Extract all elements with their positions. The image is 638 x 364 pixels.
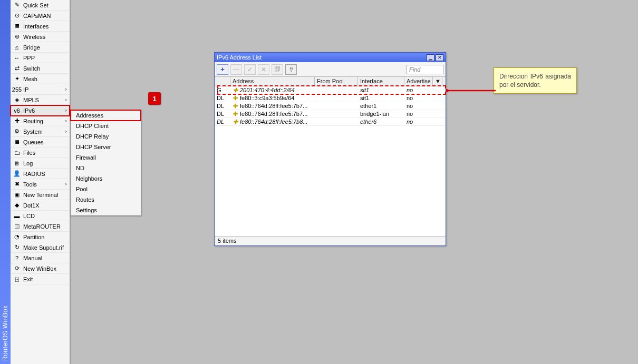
annotation-badge-label: 1 xyxy=(152,95,156,103)
cell-address: ✚fe80::764d:28ff:fee5:7b8... xyxy=(230,119,315,125)
sidebar-item-quick-set[interactable]: ✎Quick Set xyxy=(11,0,70,11)
sidebar-item-queues[interactable]: ≣Queues xyxy=(11,137,70,147)
submenu-item-settings[interactable]: Settings xyxy=(71,205,141,215)
sidebar-item-metarouter[interactable]: ◫MetaROUTER xyxy=(11,221,70,232)
sidebar-item-label: Wireless xyxy=(23,34,45,40)
cell-flag: DL xyxy=(215,95,230,101)
sidebar-item-switch[interactable]: ⇄Switch xyxy=(11,63,70,74)
routing-icon: ✚ xyxy=(13,117,21,125)
sidebar-item-system[interactable]: ⚙System▹ xyxy=(11,126,70,137)
window-close-button[interactable]: ✕ xyxy=(436,54,443,61)
sidebar-item-files[interactable]: 🗀Files xyxy=(11,147,70,158)
sidebar-item-label: Tools xyxy=(23,181,37,188)
table-row[interactable]: G✚2001:470:4:4dd::2/64sit1no xyxy=(215,86,446,94)
toolbar-remove-button[interactable]: — xyxy=(230,64,242,75)
submenu-item-neighbors[interactable]: Neighbors xyxy=(71,173,141,184)
lcd-icon: ▬ xyxy=(13,212,21,220)
sidebar-item-manual[interactable]: ?Manual xyxy=(11,253,70,263)
sidebar-item-make-supout-rif[interactable]: ↻Make Supout.rif xyxy=(11,242,70,253)
window-title: IPv6 Address List xyxy=(217,54,262,61)
interfaces-icon: ≣ xyxy=(13,22,21,31)
submenu-item-nd[interactable]: ND xyxy=(71,163,141,173)
capsman-icon: ⊙ xyxy=(13,12,21,20)
submenu-arrow-icon: ▹ xyxy=(65,97,67,102)
sidebar-item-label: RADIUS xyxy=(23,171,45,177)
sidebar-item-dot1x[interactable]: ◆Dot1X xyxy=(11,200,70,211)
cell-interface: ether1 xyxy=(358,103,404,109)
sidebar: ✎Quick Set⊙CAPsMAN≣Interfaces⊚Wireless⎌B… xyxy=(11,0,70,364)
col-from-pool[interactable]: From Pool xyxy=(315,77,358,86)
toolbar-disable-button[interactable]: ✕ xyxy=(258,64,269,75)
sidebar-item-interfaces[interactable]: ≣Interfaces xyxy=(11,21,70,32)
col-address[interactable]: Address xyxy=(230,77,315,86)
window-ipv6-address-list: IPv6 Address List ▁ ✕ ＋ — ✓ ✕ 🗐 ⍢ Addres… xyxy=(214,52,446,246)
sidebar-item-exit[interactable]: ⍈Exit xyxy=(11,274,70,284)
sidebar-item-routing[interactable]: ✚Routing▹ xyxy=(11,116,70,126)
sidebar-item-capsman[interactable]: ⊙CAPsMAN xyxy=(11,11,70,21)
toolbar-enable-button[interactable]: ✓ xyxy=(244,64,256,75)
sidebar-item-new-winbox[interactable]: ⟳New WinBox xyxy=(11,263,70,274)
find-input[interactable] xyxy=(407,65,443,74)
submenu-item-pool[interactable]: Pool xyxy=(71,184,141,194)
sidebar-item-label: Interfaces xyxy=(23,23,49,29)
submenu-item-dhcp-server[interactable]: DHCP Server xyxy=(71,142,141,152)
cell-advertise: no xyxy=(404,103,433,109)
sidebar-item-lcd[interactable]: ▬LCD xyxy=(11,211,70,221)
col-flag[interactable] xyxy=(215,77,230,86)
mpls-icon: ◈ xyxy=(13,96,21,104)
submenu-item-dhcp-relay[interactable]: DHCP Relay xyxy=(71,131,141,142)
toolbar-comment-button[interactable]: 🗐 xyxy=(272,64,283,75)
submenu-item-dhcp-client[interactable]: DHCP Client xyxy=(71,121,141,131)
cell-flag: DL xyxy=(215,119,230,125)
submenu-item-addresses[interactable]: Addresses xyxy=(71,110,141,121)
table-row[interactable]: DL✚fe80::764d:28ff:fee5:7b7...ether1no xyxy=(215,102,446,110)
sidebar-item-ipv6[interactable]: v6IPv6▹ xyxy=(11,105,70,116)
sidebar-item-label: Mesh xyxy=(23,76,37,82)
metarouter-icon: ◫ xyxy=(13,222,21,231)
submenu-item-firewall[interactable]: Firewall xyxy=(71,152,141,163)
toolbar-add-button[interactable]: ＋ xyxy=(217,64,228,75)
manual-icon: ? xyxy=(13,254,21,262)
sidebar-item-bridge[interactable]: ⎌Bridge xyxy=(11,42,70,53)
cell-interface: ether6 xyxy=(358,119,404,125)
sidebar-item-label: New Terminal xyxy=(23,192,58,198)
address-plus-icon: ✚ xyxy=(233,95,238,101)
sidebar-item-label: MetaROUTER xyxy=(23,223,61,230)
table-row[interactable]: DL✚fe80::764d:28ff:fee5:7b7...bridge1-la… xyxy=(215,110,446,118)
window-titlebar[interactable]: IPv6 Address List ▁ ✕ xyxy=(215,53,446,62)
radius-icon: 👤 xyxy=(13,170,21,178)
sidebar-item-label: Manual xyxy=(23,255,42,261)
col-advertise[interactable]: Advertise xyxy=(404,77,433,86)
cell-flag: G xyxy=(215,87,230,93)
sidebar-item-ppp[interactable]: ↔PPP xyxy=(11,53,70,63)
sidebar-item-label: CAPsMAN xyxy=(23,13,51,19)
sidebar-item-tools[interactable]: ✖Tools▹ xyxy=(11,179,70,190)
sidebar-item-wireless[interactable]: ⊚Wireless xyxy=(11,32,70,42)
sidebar-item-log[interactable]: 🗎Log xyxy=(11,158,70,169)
sidebar-item-new-terminal[interactable]: ▣New Terminal xyxy=(11,190,70,200)
sidebar-item-label: Files xyxy=(23,150,35,156)
sidebar-item-label: Make Supout.rif xyxy=(23,244,64,251)
cell-interface: bridge1-lan xyxy=(358,111,404,117)
submenu-item-routes[interactable]: Routes xyxy=(71,194,141,205)
table-row[interactable]: DL✚fe80::3:c9a3:5b9e/64sit1no xyxy=(215,94,446,102)
window-minimize-button[interactable]: ▁ xyxy=(427,54,434,61)
cell-advertise: no xyxy=(404,111,433,117)
sidebar-item-label: MPLS xyxy=(23,97,39,103)
table-row[interactable]: DL✚fe80::764d:28ff:fee5:7b8...ether6no xyxy=(215,118,446,126)
sidebar-item-label: Switch xyxy=(23,65,40,72)
sidebar-item-radius[interactable]: 👤RADIUS xyxy=(11,169,70,179)
mesh-icon: ✦ xyxy=(13,75,21,83)
sidebar-item-partition[interactable]: ◔Partition xyxy=(11,232,70,242)
col-interface[interactable]: Interface xyxy=(358,77,404,86)
address-plus-icon: ✚ xyxy=(233,103,238,109)
sidebar-item-mpls[interactable]: ◈MPLS▹ xyxy=(11,95,70,105)
toolbar-filter-button[interactable]: ⍢ xyxy=(285,64,297,75)
sidebar-item-label: LCD xyxy=(23,213,35,219)
col-dropdown[interactable]: ▼ xyxy=(433,77,442,86)
queues-icon: ≣ xyxy=(13,138,21,146)
sidebar-item-label: System xyxy=(23,129,43,135)
sidebar-item-ip[interactable]: 255IP▹ xyxy=(11,84,70,95)
cell-flag: DL xyxy=(215,111,230,117)
sidebar-item-mesh[interactable]: ✦Mesh xyxy=(11,74,70,84)
